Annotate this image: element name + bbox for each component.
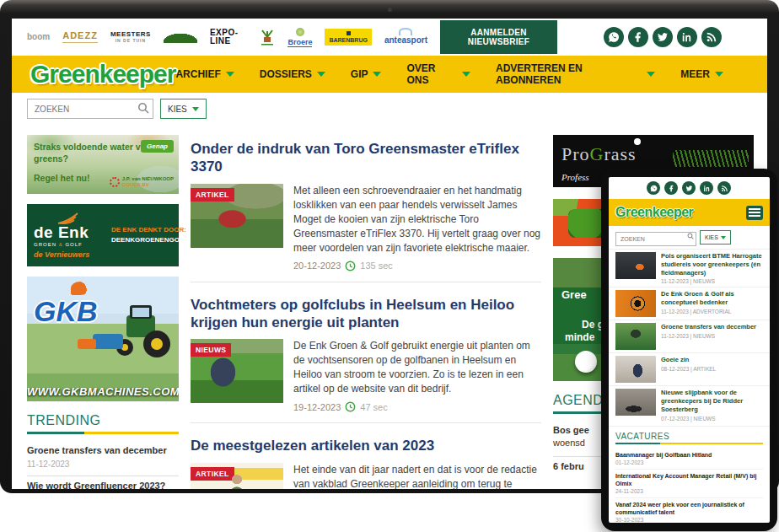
vacatures-section: VACATURES Baanmanager bij Golfbaan Hitla…	[609, 426, 770, 524]
nav-item-meer[interactable]: MEER	[680, 68, 723, 80]
article-teaser: Vochtmeters op golfclubs in Heelsum en H…	[191, 291, 541, 424]
section-rule	[615, 443, 763, 444]
category-badge: ARTIKEL	[191, 467, 234, 481]
gkb-ad-banner[interactable]: GKB WWW.GKBMACHINES.COM	[27, 277, 179, 401]
article-date: 20-12-2023	[293, 261, 341, 271]
article-thumbnail[interactable]: NIEUWS	[191, 339, 283, 403]
phone-search-row: KIES	[609, 226, 770, 249]
trending-item[interactable]: Groene transfers van december 11-12-2023	[27, 441, 179, 476]
nav-label: ARCHIEF	[175, 68, 220, 80]
rss-icon[interactable]	[717, 181, 731, 195]
category-badge: ARTIKEL	[191, 188, 234, 202]
chevron-down-icon	[715, 72, 723, 77]
phone-list-item[interactable]: Groene transfers van december11-12-2023 …	[609, 320, 770, 352]
twitter-icon[interactable]	[653, 27, 673, 47]
article-teaser: Onder de indruk van Toro Greensmaster eT…	[191, 135, 541, 282]
category-filter-dropdown[interactable]: KIES	[160, 99, 207, 119]
article-title[interactable]: Onder de indruk van Toro Greensmaster eT…	[191, 140, 541, 176]
linkedin-icon[interactable]	[677, 27, 697, 47]
article-title: Groene transfers van december	[661, 323, 756, 331]
chevron-down-icon	[462, 72, 470, 77]
plant-icon	[260, 29, 275, 46]
left-sidebar: Straks voldoende water voor de greens? R…	[27, 135, 179, 489]
nieuwkoop-ring-icon	[110, 177, 120, 187]
sponsor-logo-barenbrug[interactable]: BARENBRUG	[325, 29, 372, 46]
sponsor-label: MEESTERS	[110, 31, 151, 38]
sponsor-logo-expo-line[interactable]: EXPO-LINE	[210, 29, 248, 46]
search-input[interactable]	[615, 232, 696, 246]
phone-social-bar	[609, 177, 770, 199]
nav-label: ADVERTEREN EN ABONNEREN	[496, 62, 642, 86]
filter-label: KIES	[705, 234, 718, 240]
article-summary: Het einde van dit jaar nadert en dat is …	[293, 463, 541, 489]
twitter-icon[interactable]	[682, 181, 696, 195]
vacancy-item[interactable]: Vanaf 2024 weer plek voor een journalist…	[615, 498, 763, 523]
sponsor-logo-plant[interactable]	[260, 29, 275, 46]
sponsor-bar: boom ADEZZ MEESTERS IN DE TUIN EXPO-LINE…	[12, 19, 767, 56]
whatsapp-icon[interactable]	[604, 27, 624, 47]
trending-title: Wie wordt Greenfluencer 2023?	[27, 480, 179, 489]
read-time: 47 sec	[360, 402, 387, 412]
sponsor-label: anteasport	[384, 36, 427, 45]
nav-item-gip[interactable]: GIP	[351, 68, 382, 80]
trending-item[interactable]: Wie wordt Greenfluencer 2023?	[27, 476, 179, 489]
golf-ball-icon	[634, 138, 641, 145]
sponsor-logo-meesters[interactable]: MEESTERS IN DE TUIN	[110, 31, 151, 43]
nav-item-adverteren[interactable]: ADVERTEREN EN ABONNEREN	[496, 62, 655, 86]
vacatures-heading: VACATURES	[615, 432, 763, 441]
article-thumbnail	[615, 290, 656, 317]
phone-list-item[interactable]: Goeie zin08-12-2023 | ARTIKEL	[609, 352, 770, 385]
category-filter-dropdown[interactable]: KIES	[700, 230, 731, 245]
genap-ad-banner[interactable]: Straks voldoende water voor de greens? R…	[27, 135, 179, 194]
chevron-down-icon	[373, 72, 381, 77]
search-input[interactable]	[27, 99, 153, 119]
vacancy-title: Vanaf 2024 weer plek voor een journalist…	[615, 501, 763, 516]
newsletter-signup-button[interactable]: AANMELDEN NIEUWSBRIEF	[440, 20, 557, 54]
sponsor-label: ADEZZ	[62, 31, 98, 43]
vacancy-item[interactable]: International Key Account Manager Retail…	[615, 470, 763, 498]
search-icon[interactable]	[687, 233, 694, 239]
rss-icon[interactable]	[701, 27, 722, 47]
vacancy-date: 30-10-2023	[615, 517, 763, 523]
nav-item-over-ons[interactable]: OVER ONS	[406, 62, 470, 86]
barenbrug-square-icon	[347, 31, 351, 35]
sponsor-logo-anteasport[interactable]: anteasport	[384, 30, 427, 45]
swan-icon	[399, 28, 412, 35]
sponsor-sublabel: IN DE TUIN	[116, 39, 146, 43]
hamburger-menu-icon[interactable]	[746, 206, 763, 220]
linkedin-icon[interactable]	[700, 181, 713, 195]
chevron-down-icon	[317, 72, 325, 77]
phone-list-item[interactable]: De Enk Groen & Golf als conceptueel bede…	[609, 287, 770, 320]
nav-item-dossiers[interactable]: DOSSIERS	[260, 68, 325, 80]
article-thumbnail	[615, 389, 656, 416]
grass-blades-icon	[673, 150, 749, 167]
article-summary: De Enk Groen & Golf gebruikt energie uit…	[293, 339, 541, 396]
nav-item-archief[interactable]: ARCHIEF	[175, 68, 234, 80]
sponsor-logo-broere[interactable]: Broere	[287, 28, 312, 47]
vacancy-item[interactable]: Baanmanager bij Golfbaan Hitland 01-12-2…	[615, 449, 763, 470]
greenkeeper-logo[interactable]: Greenkeeper	[615, 205, 693, 220]
sponsor-logo-boom[interactable]: boom	[27, 33, 50, 41]
vacancy-title: International Key Account Manager Retail…	[615, 472, 763, 487]
phone-list-item[interactable]: Nieuwe slijpbank voor de greenkeepers bi…	[609, 385, 770, 423]
article-thumbnail	[615, 323, 656, 350]
facebook-icon[interactable]	[664, 181, 678, 195]
category-badge: NIEUWS	[191, 343, 231, 357]
facebook-icon[interactable]	[628, 27, 648, 47]
article-thumbnail[interactable]: ARTIKEL	[191, 184, 283, 248]
phone-list-item[interactable]: Pols organiseert BTME Harrogate studiere…	[609, 249, 770, 287]
enk-tagline: de Vernieuwers	[34, 250, 105, 259]
article-title[interactable]: De meestgelezen artikelen van 2023	[191, 437, 541, 454]
sponsor-logo-adezz[interactable]: ADEZZ	[62, 31, 98, 43]
trending-title: Groene transfers van december	[27, 444, 179, 457]
article-title[interactable]: Vochtmeters op golfclubs in Heelsum en H…	[191, 296, 541, 332]
ad-text: minde	[565, 331, 594, 343]
de-enk-ad-banner[interactable]: de Enk GROEN & GOLF de Vernieuwers DE EN…	[27, 204, 179, 266]
article-date: 19-12-2023	[293, 402, 341, 412]
sponsor-logo-grass[interactable]	[164, 31, 197, 43]
greenkeeper-logo[interactable]: Greenkeeper	[30, 60, 175, 89]
search-icon[interactable]	[137, 102, 149, 114]
trending-heading: TRENDING	[27, 413, 179, 428]
whatsapp-icon[interactable]	[647, 181, 660, 195]
article-thumbnail[interactable]: ARTIKEL	[191, 463, 283, 489]
